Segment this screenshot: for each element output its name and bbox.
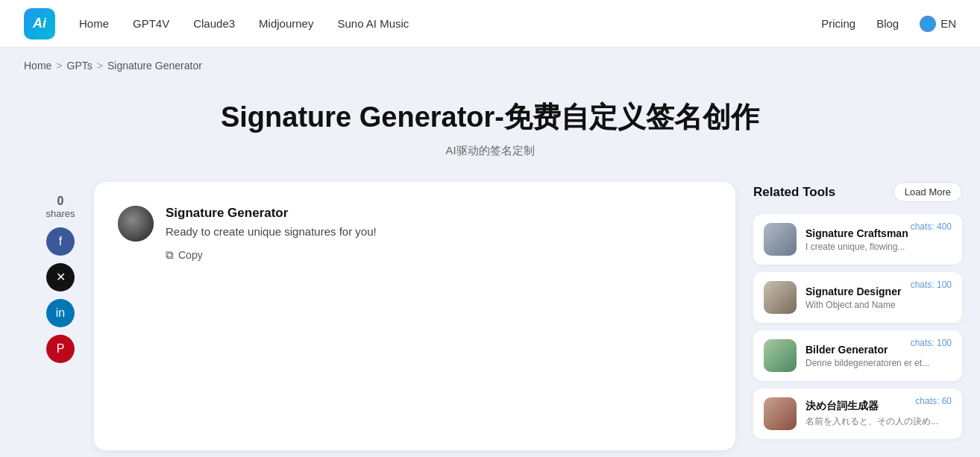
breadcrumb-gpts[interactable]: GPTs bbox=[67, 60, 92, 72]
nav-right: Pricing Blog 🌐 EN bbox=[821, 16, 956, 32]
bot-avatar bbox=[118, 206, 154, 242]
breadcrumb-current: Signature Generator bbox=[107, 60, 202, 72]
tool-thumb-image-2 bbox=[764, 339, 797, 372]
breadcrumb-sep-1: > bbox=[56, 60, 62, 72]
share-twitter-button[interactable]: ✕ bbox=[46, 263, 75, 291]
tool-thumb-image-3 bbox=[764, 397, 797, 430]
chat-message: Signature Generator Ready to create uniq… bbox=[118, 206, 712, 262]
tool-name-1: Signature Designer bbox=[805, 286, 901, 297]
tool-chats-0: chats: 400 bbox=[911, 221, 952, 232]
tool-thumbnail-3 bbox=[764, 397, 797, 430]
tool-thumb-image-1 bbox=[764, 281, 797, 314]
nav-pricing[interactable]: Pricing bbox=[821, 17, 855, 30]
tool-info-0: Signature Craftsman I create unique, flo… bbox=[805, 227, 908, 252]
share-pinterest-button[interactable]: P bbox=[46, 335, 75, 363]
copy-icon: ⧉ bbox=[166, 248, 174, 262]
chat-body: Signature Generator Ready to create uniq… bbox=[166, 206, 377, 262]
copy-label: Copy bbox=[178, 249, 203, 261]
related-title: Related Tools bbox=[753, 185, 835, 200]
tool-card[interactable]: chats: 400 Signature Craftsman I create … bbox=[753, 214, 962, 265]
tool-desc-3: 名前を入れると、その人の決め... bbox=[805, 415, 938, 428]
logo[interactable]: Ai bbox=[24, 8, 55, 40]
tool-thumbnail-1 bbox=[764, 281, 797, 314]
lang-label: EN bbox=[940, 17, 956, 30]
bot-name: Signature Generator bbox=[166, 206, 377, 221]
tool-thumb-image-0 bbox=[764, 223, 797, 256]
nav-links: Home GPT4V Claude3 Midjourney Suno AI Mu… bbox=[79, 17, 821, 30]
tool-cards-list: chats: 400 Signature Craftsman I create … bbox=[753, 214, 962, 439]
nav-home[interactable]: Home bbox=[79, 17, 109, 30]
breadcrumb-sep-2: > bbox=[97, 60, 103, 72]
copy-button[interactable]: ⧉ Copy bbox=[166, 248, 203, 262]
tool-desc-0: I create unique, flowing... bbox=[805, 242, 908, 252]
tool-card[interactable]: chats: 100 Bilder Generator Denne bildeg… bbox=[753, 330, 962, 381]
nav-midjourney[interactable]: Midjourney bbox=[259, 17, 313, 30]
related-tools-panel: Related Tools Load More chats: 400 Signa… bbox=[753, 182, 962, 450]
logo-text: Ai bbox=[33, 16, 46, 31]
tool-desc-2: Denne bildegeneratoren er et... bbox=[805, 358, 929, 368]
page-subtitle: AI驱动的签名定制 bbox=[24, 144, 956, 158]
tool-name-0: Signature Craftsman bbox=[805, 227, 908, 239]
share-facebook-button[interactable]: f bbox=[46, 227, 75, 256]
globe-icon: 🌐 bbox=[920, 16, 936, 32]
nav-claude3[interactable]: Claude3 bbox=[193, 17, 235, 30]
breadcrumb-home[interactable]: Home bbox=[24, 60, 51, 72]
tool-desc-1: With Object and Name bbox=[805, 300, 901, 310]
bot-message: Ready to create unique signatures for yo… bbox=[166, 225, 377, 238]
share-label: shares bbox=[45, 208, 75, 220]
nav-gpt4v[interactable]: GPT4V bbox=[133, 17, 169, 30]
tool-chats-1: chats: 100 bbox=[911, 280, 952, 290]
tool-thumbnail-0 bbox=[764, 223, 797, 256]
page-title: Signature Generator-免费自定义签名创作 bbox=[24, 98, 956, 136]
tool-info-1: Signature Designer With Object and Name bbox=[805, 286, 901, 310]
nav-blog[interactable]: Blog bbox=[876, 17, 899, 30]
tool-chats-2: chats: 100 bbox=[911, 338, 952, 348]
nav-suno[interactable]: Suno AI Music bbox=[337, 17, 409, 30]
main-layout: 0 shares f ✕ in P Signature Generator Re… bbox=[0, 182, 980, 457]
share-count: 0 shares bbox=[45, 194, 75, 220]
tool-card[interactable]: chats: 60 決め台詞生成器 名前を入れると、その人の決め... bbox=[753, 388, 962, 439]
share-linkedin-button[interactable]: in bbox=[46, 299, 75, 327]
load-more-button[interactable]: Load More bbox=[893, 182, 962, 202]
breadcrumb: Home > GPTs > Signature Generator bbox=[0, 48, 980, 83]
avatar-image bbox=[118, 206, 154, 242]
chat-panel: Signature Generator Ready to create uniq… bbox=[94, 182, 735, 450]
navbar: Ai Home GPT4V Claude3 Midjourney Suno AI… bbox=[0, 0, 980, 48]
language-button[interactable]: 🌐 EN bbox=[920, 16, 956, 32]
hero-section: Signature Generator-免费自定义签名创作 AI驱动的签名定制 bbox=[0, 83, 980, 182]
share-sidebar: 0 shares f ✕ in P bbox=[45, 182, 76, 450]
related-header: Related Tools Load More bbox=[753, 182, 962, 202]
tool-thumbnail-2 bbox=[764, 339, 797, 372]
tool-card[interactable]: chats: 100 Signature Designer With Objec… bbox=[753, 272, 962, 323]
tool-chats-3: chats: 60 bbox=[915, 396, 952, 406]
share-number: 0 bbox=[45, 194, 75, 208]
